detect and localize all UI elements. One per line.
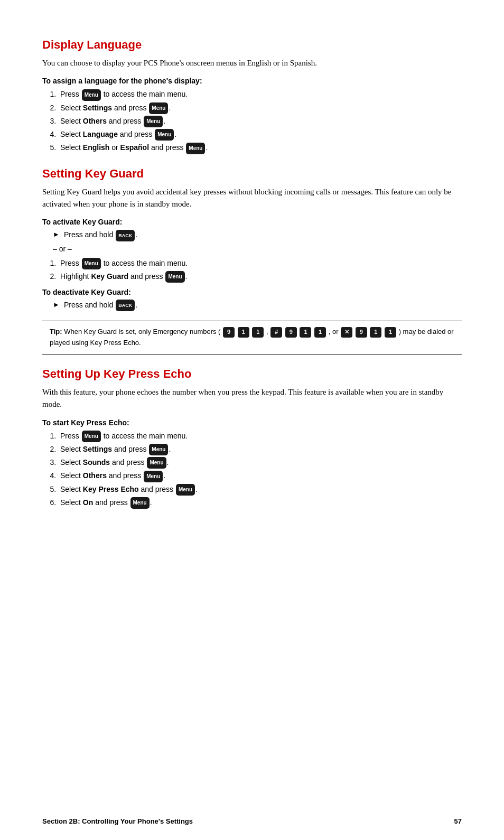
list-item: Select Language and press MenuOK. xyxy=(58,128,462,141)
deactivate-key-guard-label: To deactivate Key Guard: xyxy=(42,288,462,296)
list-item: Select Sounds and press MenuOK. xyxy=(58,456,462,469)
section-key-press-echo: Setting Up Key Press Echo With this feat… xyxy=(42,367,462,509)
key-1b-badge: 1 xyxy=(252,327,264,338)
menu-key-icon: MenuOK xyxy=(144,116,163,127)
tip-label: Tip: xyxy=(50,328,62,335)
deactivate-bullet-text: Press and hold BACK. xyxy=(64,300,137,311)
key-9b-badge: 9 xyxy=(285,327,297,338)
key-1d-badge: 1 xyxy=(314,327,326,338)
list-item: Press MenuOK to access the main menu. xyxy=(58,88,462,100)
menu-key-icon: MenuOK xyxy=(176,484,195,496)
subsection-label-language: To assign a language for the phone's dis… xyxy=(42,77,462,85)
key-press-echo-steps: Press MenuOK to access the main menu. Se… xyxy=(58,430,462,509)
page-footer: Section 2B: Controlling Your Phone's Set… xyxy=(0,817,504,825)
key-1c-badge: 1 xyxy=(300,327,311,338)
bullet-triangle-icon: ► xyxy=(53,301,60,309)
activate-bullet-text: Press and hold BACK. xyxy=(64,229,137,241)
section-title-key-press-echo: Setting Up Key Press Echo xyxy=(42,367,462,381)
list-item: Select Key Press Echo and press MenuOK. xyxy=(58,483,462,496)
list-item: Highlight Key Guard and press MenuOK. xyxy=(58,270,462,283)
bullet-triangle-icon: ► xyxy=(53,230,60,239)
language-steps-list: Press MenuOK to access the main menu. Se… xyxy=(58,88,462,154)
tip-comma2: , or xyxy=(329,328,339,335)
key-hash-badge: # xyxy=(270,327,282,338)
list-item: Press MenuOK to access the main menu. xyxy=(58,257,462,269)
list-item: Select English or Español and press Menu… xyxy=(58,142,462,154)
or-separator: – or – xyxy=(53,245,462,253)
list-item: Select On and press MenuOK. xyxy=(58,497,462,509)
menu-key-icon: MenuOK xyxy=(82,258,101,269)
menu-key-icon: MenuOK xyxy=(186,143,205,154)
menu-key-icon: MenuOK xyxy=(149,444,168,455)
menu-key-icon: MenuOK xyxy=(155,129,174,141)
activate-bullet: ► Press and hold BACK. xyxy=(53,229,462,241)
menu-key-icon: MenuOK xyxy=(147,457,166,469)
tip-box: Tip: When Key Guard is set, only Emergen… xyxy=(42,321,462,354)
section-title-display-language: Display Language xyxy=(42,38,462,52)
key-1f-badge: 1 xyxy=(385,327,396,338)
tip-text: When Key Guard is set, only Emergency nu… xyxy=(64,328,220,335)
footer-section-label: Section 2B: Controlling Your Phone's Set… xyxy=(42,817,193,825)
menu-key-icon: MenuOK xyxy=(144,471,163,482)
page-content: Display Language You can choose to displ… xyxy=(0,0,504,545)
menu-key-icon: MenuOK xyxy=(165,271,184,283)
menu-key-icon: MenuOK xyxy=(82,431,101,442)
activate-key-guard-label: To activate Key Guard: xyxy=(42,218,462,226)
list-item: Select Others and press MenuOK. xyxy=(58,115,462,127)
key-1e-badge: 1 xyxy=(370,327,381,338)
footer-page-number: 57 xyxy=(454,817,462,825)
list-item: Press MenuOK to access the main menu. xyxy=(58,430,462,442)
key-9-badge: 9 xyxy=(223,327,235,338)
list-item: Select Others and press MenuOK. xyxy=(58,470,462,482)
menu-key-icon: MenuOK xyxy=(130,497,150,509)
section-key-guard: Setting Key Guard Setting Key Guard help… xyxy=(42,167,462,312)
list-item: Select Settings and press MenuOK. xyxy=(58,102,462,114)
key-guard-intro: Setting Key Guard helps you avoid accide… xyxy=(42,186,462,211)
tip-comma1: , xyxy=(266,328,268,335)
start-key-press-echo-label: To start Key Press Echo: xyxy=(42,418,462,427)
back-key-icon: BACK xyxy=(116,230,135,241)
list-item: Select Settings and press MenuOK. xyxy=(58,443,462,455)
section-title-key-guard: Setting Key Guard xyxy=(42,167,462,181)
menu-key-icon: MenuOK xyxy=(82,89,101,101)
key-press-echo-intro: With this feature, your phone echoes the… xyxy=(42,386,462,411)
display-language-intro: You can choose to display your PCS Phone… xyxy=(42,57,462,69)
key-x-badge: ✕ xyxy=(341,327,352,338)
back-key-icon: BACK xyxy=(116,300,135,311)
key-guard-activate-steps: Press MenuOK to access the main menu. Hi… xyxy=(58,257,462,283)
section-display-language: Display Language You can choose to displ… xyxy=(42,38,462,154)
key-9c-badge: 9 xyxy=(356,327,367,338)
menu-key-icon: MenuOK xyxy=(149,102,168,114)
deactivate-bullet: ► Press and hold BACK. xyxy=(53,300,462,311)
key-1a-badge: 1 xyxy=(238,327,249,338)
